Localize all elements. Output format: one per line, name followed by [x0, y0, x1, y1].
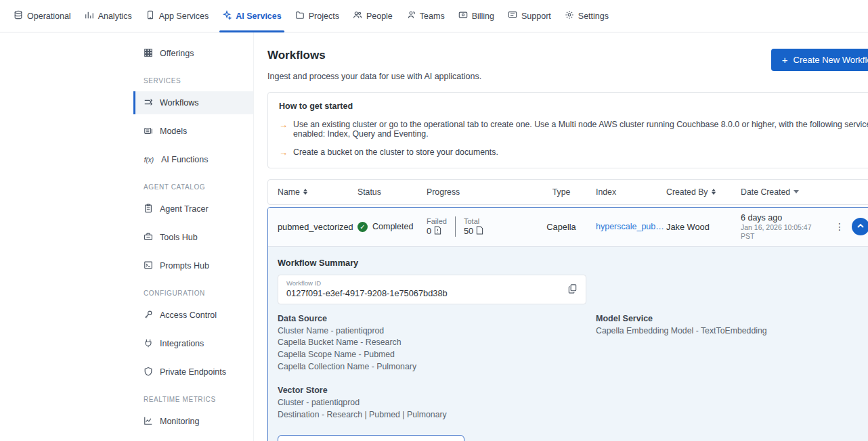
page-subtitle: Ingest and process your data for use wit… — [267, 72, 481, 81]
doc-icon — [476, 226, 483, 237]
column-header-date-created[interactable]: Date Created — [741, 187, 827, 197]
prompt-icon — [144, 260, 153, 272]
column-header-type[interactable]: Type — [527, 187, 596, 197]
projects-icon — [295, 10, 305, 22]
tab-people[interactable]: People — [346, 0, 399, 32]
arrow-right-icon: → — [279, 120, 288, 131]
failed-doc-icon — [434, 226, 441, 237]
support-icon — [508, 10, 517, 22]
table-header: Name Status Progress Type Index Created … — [267, 179, 868, 205]
billing-icon — [458, 10, 468, 22]
workflow-cost-card: Workflow Cost i No Additional Cost — [278, 435, 464, 441]
models-icon — [144, 126, 153, 137]
sidebar-item-private-endpoints[interactable]: Private Endpoints — [133, 361, 253, 384]
getting-started-title: How to get started — [279, 101, 868, 111]
tab-label: Support — [521, 11, 551, 21]
sidebar-item-label: Offerings — [160, 49, 194, 58]
tab-label: AI Services — [236, 11, 281, 21]
sidebar-item-models[interactable]: Models — [133, 120, 253, 143]
shield-icon — [144, 367, 153, 378]
tab-support[interactable]: Support — [501, 0, 558, 32]
tab-label: Billing — [472, 11, 494, 21]
clipboard-icon — [144, 204, 153, 215]
sidebar-item-label: Workflows — [160, 98, 198, 108]
table-row[interactable]: pubmed_vectorized ✓ Completed Failed 0 T… — [268, 208, 868, 246]
workflow-type: Capella — [527, 222, 596, 232]
divider — [455, 216, 456, 237]
tab-label: Operational — [27, 11, 71, 21]
tab-settings[interactable]: Settings — [558, 0, 615, 32]
sidebar-item-workflows[interactable]: Workflows — [133, 91, 253, 114]
sidebar-section-realtime-metrics: REALTIME METRICS — [144, 396, 253, 403]
sort-desc-icon — [794, 190, 799, 193]
tab-teams[interactable]: Teams — [399, 0, 452, 32]
tab-label: Analytics — [98, 11, 132, 21]
main-content: Workflows Ingest and process your data f… — [254, 32, 868, 441]
sidebar-section-services: SERVICES — [144, 77, 253, 85]
sidebar-item-label: Agent Tracer — [160, 204, 209, 214]
sidebar-item-prompts-hub[interactable]: Prompts Hub — [133, 254, 253, 277]
app-services-icon — [146, 10, 155, 22]
column-header-status[interactable]: Status — [357, 187, 427, 197]
workflow-name: pubmed_vectorized — [278, 222, 357, 232]
total-count: Total 50 — [464, 217, 483, 237]
column-header-index[interactable]: Index — [596, 187, 666, 197]
sidebar-item-access-control[interactable]: Access Control — [133, 304, 253, 327]
chevron-up-icon — [856, 222, 865, 232]
teams-icon — [406, 10, 416, 22]
page-title: Workflows — [267, 49, 481, 62]
collapse-row-button[interactable] — [852, 218, 868, 235]
data-source-block: Data Source Cluster Name - patientiqprod… — [278, 314, 596, 373]
column-header-name[interactable]: Name — [278, 187, 357, 197]
arrow-right-icon: → — [279, 147, 288, 158]
sidebar-item-integrations[interactable]: Integrations — [133, 332, 253, 355]
copy-icon[interactable] — [567, 283, 578, 294]
tab-label: People — [366, 11, 393, 21]
tab-billing[interactable]: Billing — [452, 0, 501, 32]
analytics-icon — [85, 10, 94, 22]
index-link[interactable]: hyperscale_pubm... — [596, 222, 666, 231]
sidebar-item-label: Models — [160, 126, 187, 136]
bullet-text: Create a bucket on the cluster to store … — [293, 147, 498, 157]
tab-projects[interactable]: Projects — [288, 0, 346, 32]
top-nav: Operational Analytics App Services AI Se… — [0, 0, 868, 32]
getting-started-bullet: → Use an existing cluster or go to the o… — [279, 120, 868, 139]
plus-icon: + — [782, 55, 788, 65]
tab-ai-services[interactable]: AI Services — [215, 0, 288, 32]
create-new-workflow-button[interactable]: + Create New Workflow — [771, 49, 868, 71]
sidebar-section-agent-catalog: AGENT CATALOG — [144, 183, 253, 191]
column-header-progress[interactable]: Progress — [427, 187, 527, 197]
sort-icon — [712, 189, 716, 195]
sidebar-item-monitoring[interactable]: Monitoring — [133, 410, 253, 433]
tab-app-services[interactable]: App Services — [139, 0, 216, 32]
create-button-label: Create New Workflow — [794, 55, 868, 65]
workflow-id-box: Workflow ID 0127f091-e3ef-4917-9208-1e75… — [278, 275, 586, 304]
status-cell: ✓ Completed — [357, 222, 427, 232]
plug-icon — [144, 338, 153, 350]
getting-started-card: How to get started ⌃ → Use an existing c… — [267, 92, 868, 168]
key-icon — [144, 310, 153, 321]
sidebar-item-offerings[interactable]: Offerings — [133, 42, 253, 65]
tab-analytics[interactable]: Analytics — [78, 0, 139, 32]
sidebar-item-label: Access Control — [160, 310, 217, 320]
vector-store-block: Vector Store Cluster - patientiqprod Des… — [278, 386, 868, 421]
workflow-id-label: Workflow ID — [286, 279, 448, 287]
sidebar-item-label: Tools Hub — [160, 233, 198, 242]
tab-operational[interactable]: Operational — [7, 0, 78, 32]
sidebar-item-tools-hub[interactable]: Tools Hub — [133, 226, 253, 249]
sidebar-item-ai-functions[interactable]: f(x) AI Functions — [133, 148, 253, 171]
created-by: Jake Wood — [666, 222, 741, 232]
column-header-created-by[interactable]: Created By — [666, 187, 741, 197]
sort-icon — [303, 189, 307, 195]
sidebar-item-agent-tracer[interactable]: Agent Tracer — [133, 198, 253, 220]
sparkle-icon — [222, 10, 232, 22]
people-icon — [353, 10, 362, 22]
sidebar-item-label: AI Functions — [161, 155, 208, 164]
workflow-icon — [144, 97, 153, 109]
date-created-cell: 6 days ago Jan 16, 2026 10:05:47 PST — [741, 213, 827, 240]
kebab-menu-icon[interactable]: ⋮ — [827, 221, 852, 232]
grid-icon — [144, 48, 153, 60]
workflow-summary-panel: Workflow Summary Workflow ID 0127f091-e3… — [268, 246, 868, 441]
sidebar-item-label: Monitoring — [160, 417, 199, 426]
progress-cell: Failed 0 Total 50 — [427, 216, 527, 237]
